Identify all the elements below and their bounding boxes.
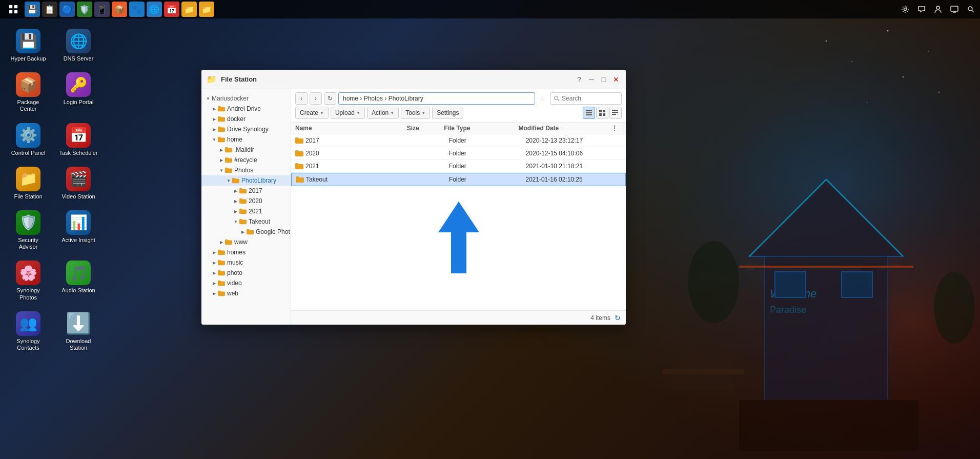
sidebar-item-photolibrary[interactable]: ▼ PhotoLibrary [201,175,291,186]
sidebar: ▼ Mariusdocker ▶ Andrei Drive ▶ docker ▶… [201,89,291,325]
upload-button[interactable]: Upload ▼ [331,107,365,119]
sidebar-item-google-phot[interactable]: ▶ Google Phot [201,227,291,237]
sidebar-item-homes[interactable]: ▶ homes [201,247,291,257]
sidebar-item-2021[interactable]: ▶ 2021 [201,206,291,216]
maximize-button[interactable]: □ [599,75,608,84]
desktop-icon-login-portal[interactable]: 🔑 Login Portal [55,69,101,115]
arrow-icon: ▶ [212,281,217,286]
search-icon-taskbar[interactable] [966,4,976,14]
file-row-takeout[interactable]: Takeout Folder 2021-01-16 02:10:25 [291,173,626,186]
list-view-icon [586,110,592,116]
item-count: 4 items [590,314,610,322]
sidebar-item-web[interactable]: ▶ web [201,288,291,298]
taskbar-app-5[interactable]: 📱 [94,2,110,17]
svg-rect-43 [612,110,618,111]
sidebar-item-home[interactable]: ▼ home [201,134,291,145]
sidebar-item-photos[interactable]: ▼ Photos [201,165,291,175]
file-date-takeout: 2021-01-16 02:10:25 [525,176,621,183]
svg-rect-29 [951,6,958,11]
address-bar[interactable] [338,92,535,105]
column-date: Modified Date [519,125,611,132]
sidebar-section-mariusdocker[interactable]: ▼ Mariusdocker [201,93,291,104]
taskbar-app-4[interactable]: 🛡️ [77,2,92,17]
desktop-icon-active-insight[interactable]: 📊 Active Insight [55,207,101,253]
large-icon-view-icon [612,110,619,116]
settings-icon[interactable] [900,4,910,14]
back-button[interactable]: ‹ [295,92,308,105]
svg-point-21 [688,241,739,323]
desktop-icon-synology-photos[interactable]: 🌸 Synology Photos [5,257,51,304]
settings-button[interactable]: Settings [432,107,463,119]
taskbar-app-7[interactable]: 🐾 [129,2,145,17]
file-row-2017[interactable]: 2017 Folder 2020-12-13 23:12:17 [291,134,626,147]
desktop-icon-package-center[interactable]: 📦 Package Center [5,69,51,115]
desktop-icon-control-panel[interactable]: ⚙️ Control Panel [5,120,51,159]
folder-icon [218,290,225,297]
svg-line-33 [972,11,974,13]
desktop-icon-task-scheduler[interactable]: 📅 Task Scheduler [55,120,101,159]
file-row-2020[interactable]: 2020 Folder 2020-12-15 04:10:06 [291,147,626,160]
close-button[interactable]: ✕ [611,75,621,84]
file-date-2017: 2020-12-13 23:12:17 [526,137,622,144]
sidebar-item-www[interactable]: ▶ www [201,237,291,247]
list-view-button[interactable] [583,107,595,119]
sidebar-item-takeout[interactable]: ▼ Takeout [201,216,291,227]
display-icon[interactable] [949,4,959,14]
favorite-star-icon[interactable]: ☆ [537,94,548,103]
status-refresh-button[interactable]: ↻ [615,314,621,322]
main-menu-button[interactable] [4,0,23,18]
folder-icon [239,218,247,225]
sidebar-item-maildir[interactable]: ▶ .Maildir [201,145,291,155]
sidebar-item-drive-synology[interactable]: ▶ Drive Synology [201,124,291,134]
desktop-icon-dns-server[interactable]: 🌐 DNS Server [55,26,101,65]
svg-point-7 [867,102,868,103]
minimize-button[interactable]: ─ [587,75,596,84]
tools-button[interactable]: Tools ▼ [401,107,430,119]
taskbar-app-3[interactable]: 🔵 [59,2,75,17]
desktop-icon-security-advisor[interactable]: 🛡️ Security Advisor [5,207,51,253]
forward-button[interactable]: › [310,92,322,105]
user-icon[interactable] [933,4,943,14]
help-button[interactable]: ? [575,75,584,84]
desktop-icon-hyper-backup[interactable]: 💾 Hyper Backup [5,26,51,65]
taskbar-app-1[interactable]: 💾 [25,2,40,17]
sidebar-item-docker[interactable]: ▶ docker [201,114,291,124]
file-row-2021[interactable]: 2021 Folder 2021-01-10 21:18:21 [291,160,626,173]
sidebar-item-2020[interactable]: ▶ 2020 [201,196,291,206]
svg-rect-45 [612,114,616,115]
taskbar-app-8[interactable]: 🌐 [147,2,162,17]
create-button[interactable]: Create ▼ [295,107,329,119]
svg-rect-42 [603,113,605,116]
sidebar-item-music[interactable]: ▶ music [201,257,291,268]
folder-icon [296,176,304,183]
chat-icon[interactable] [916,4,927,14]
desktop-icon-audio-station[interactable]: 🎵 Audio Station [55,257,101,304]
file-list: Name Size File Type Modified Date ⋮ [291,123,626,310]
svg-rect-41 [599,113,602,116]
column-more[interactable]: ⋮ [611,125,622,132]
taskbar-app-6[interactable]: 📦 [112,2,127,17]
large-icon-view-button[interactable] [609,107,622,119]
desktop-icon-file-station[interactable]: 📁 File Station [5,164,51,203]
sidebar-item-photo[interactable]: ▶ photo [201,268,291,278]
sidebar-item-recycle[interactable]: ▶ #recycle [201,155,291,165]
sidebar-item-video[interactable]: ▶ video [201,278,291,288]
upload-arrow-container [291,186,626,289]
desktop-icon-video-station[interactable]: 🎬 Video Station [55,164,101,203]
arrow-icon: ▶ [233,209,238,214]
details-view-button[interactable] [596,107,608,119]
sidebar-item-2017[interactable]: ▶ 2017 [201,186,291,196]
taskbar-app-2[interactable]: 📋 [42,2,57,17]
arrow-icon: ▶ [212,291,217,296]
refresh-button[interactable]: ↻ [324,92,336,105]
taskbar-app-9[interactable]: 📅 [164,2,179,17]
taskbar-app-11[interactable]: 📁 [199,2,214,17]
desktop-icon-synology-contacts[interactable]: 👥 Synology Contacts [5,308,51,354]
sidebar-item-andrei-drive[interactable]: ▶ Andrei Drive [201,104,291,114]
action-button[interactable]: Action ▼ [367,107,399,119]
folder-icon [239,197,247,205]
desktop-icon-download-station[interactable]: ⬇️ Download Station [55,308,101,354]
search-input[interactable] [562,95,608,102]
file-station-window: 📁 File Station ? ─ □ ✕ ▼ Mariusdocker ▶ … [201,70,626,325]
taskbar-app-10[interactable]: 📁 [181,2,197,17]
